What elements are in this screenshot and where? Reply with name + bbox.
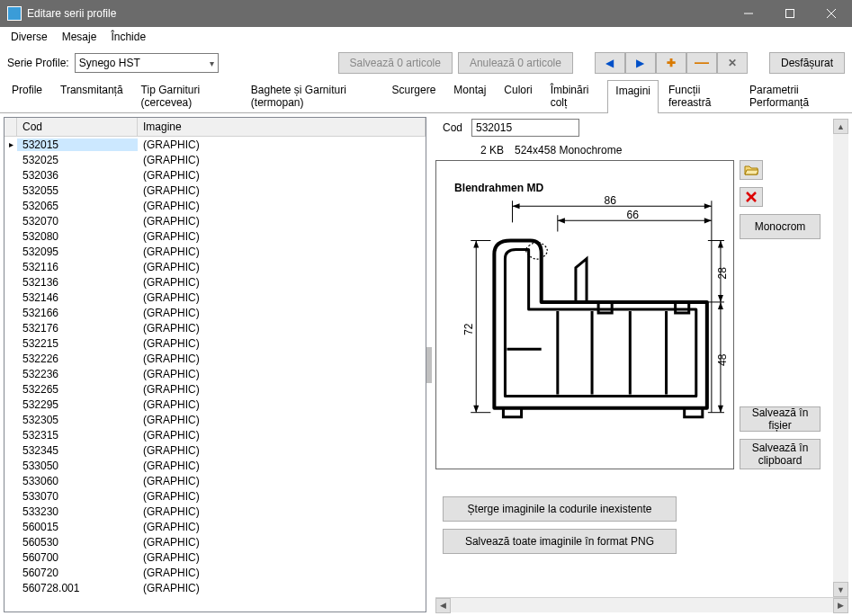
table-row[interactable]: 560728.001(GRAPHIC)	[4, 580, 426, 595]
table-row[interactable]: 532070(GRAPHIC)	[4, 213, 426, 228]
table-row[interactable]: 532025(GRAPHIC)	[4, 152, 426, 167]
svg-marker-7	[513, 203, 520, 209]
cell-imagine: (GRAPHIC)	[138, 460, 426, 472]
table-row[interactable]: 532095(GRAPHIC)	[4, 244, 426, 259]
tab-montaj[interactable]: Montaj	[445, 79, 494, 112]
right-hscroll[interactable]: ◀ ▶	[435, 597, 848, 612]
table-row[interactable]: 560720(GRAPHIC)	[4, 565, 426, 580]
detail-panel: Cod 2 KB 524x458 Monochrome Blendrahmen …	[432, 113, 852, 616]
table-row[interactable]: ▸532015(GRAPHIC)	[4, 137, 426, 152]
splitter[interactable]	[426, 113, 432, 616]
scroll-left-button[interactable]: ◀	[435, 598, 451, 613]
cell-imagine: (GRAPHIC)	[138, 246, 426, 258]
tab-transmitanta[interactable]: Transmitanță	[52, 79, 131, 112]
table-row[interactable]: 532166(GRAPHIC)	[4, 305, 426, 320]
cell-cod: 533230	[17, 505, 138, 518]
maximize-button[interactable]	[769, 0, 811, 27]
menu-diverse[interactable]: Diverse	[4, 28, 55, 46]
save-articles-button[interactable]: Salvează 0 articole	[338, 52, 453, 74]
tab-tip-garnituri[interactable]: Tip Garnituri (cercevea)	[133, 79, 241, 112]
nav-add-button[interactable]: ✚	[656, 52, 686, 74]
cell-imagine: (GRAPHIC)	[138, 414, 426, 426]
minimize-button[interactable]	[728, 0, 769, 27]
delete-image-button[interactable]	[740, 187, 763, 207]
table-row[interactable]: 532116(GRAPHIC)	[4, 259, 426, 274]
table-row[interactable]: 532036(GRAPHIC)	[4, 167, 426, 183]
tab-baghete[interactable]: Baghete și Garnituri (termopan)	[243, 79, 382, 112]
cell-cod: 532265	[17, 383, 138, 396]
splitter-handle[interactable]	[426, 347, 432, 383]
cell-imagine: (GRAPHIC)	[138, 276, 426, 289]
table-row[interactable]: 532055(GRAPHIC)	[4, 183, 426, 198]
table-row[interactable]: 532265(GRAPHIC)	[4, 381, 426, 397]
nav-prev-button[interactable]: ◀	[595, 52, 625, 74]
menu-mesaje[interactable]: Mesaje	[55, 28, 104, 46]
table-row[interactable]: 560530(GRAPHIC)	[4, 534, 426, 549]
table-row[interactable]: 532305(GRAPHIC)	[4, 412, 426, 427]
svg-marker-18	[473, 241, 479, 248]
right-vscroll[interactable]: ▲ ▼	[833, 119, 848, 597]
tab-imagini[interactable]: Imagini	[607, 80, 659, 113]
window-title: Editare serii profile	[27, 7, 728, 20]
scroll-right-button[interactable]: ▶	[833, 598, 848, 613]
scroll-up-button[interactable]: ▲	[833, 119, 848, 134]
svg-marker-12	[558, 218, 565, 223]
table-row[interactable]: 560015(GRAPHIC)	[4, 519, 426, 534]
table-row[interactable]: 532136(GRAPHIC)	[4, 274, 426, 290]
tab-parametrii[interactable]: Parametrii Performanță	[741, 79, 848, 112]
menu-inchide[interactable]: Închide	[103, 28, 153, 46]
tab-functii[interactable]: Funcții fereastră	[660, 79, 740, 112]
cancel-articles-button[interactable]: Anulează 0 articole	[458, 52, 573, 74]
delete-missing-button[interactable]: Șterge imaginile la codurile inexistente	[443, 496, 677, 522]
scroll-down-button[interactable]: ▼	[833, 582, 848, 597]
save-file-button[interactable]: Salvează în fișier	[740, 406, 821, 432]
table-row[interactable]: 532315(GRAPHIC)	[4, 427, 426, 442]
save-all-png-button[interactable]: Salvează toate imaginile în format PNG	[443, 529, 677, 554]
table-row[interactable]: 560700(GRAPHIC)	[4, 549, 426, 565]
grid-header: Cod Imagine	[4, 118, 426, 137]
svg-rect-1	[786, 10, 794, 18]
table-row[interactable]: 532080(GRAPHIC)	[4, 228, 426, 244]
table-row[interactable]: 532226(GRAPHIC)	[4, 351, 426, 366]
open-file-button[interactable]	[740, 160, 763, 180]
grid-header-imagine[interactable]: Imagine	[138, 118, 426, 136]
nav-cancel-button[interactable]: ✕	[717, 52, 748, 74]
tab-culori[interactable]: Culori	[496, 79, 540, 112]
cod-input[interactable]	[471, 119, 579, 137]
grid-header-cod[interactable]: Cod	[17, 118, 138, 136]
nav-remove-button[interactable]: —	[686, 52, 717, 74]
close-button[interactable]	[811, 0, 852, 27]
tab-imbinari[interactable]: Îmbinări colț	[543, 79, 606, 112]
save-clipboard-button[interactable]: Salvează în clipboard	[740, 439, 821, 469]
expand-button[interactable]: Desfășurat	[769, 52, 845, 74]
table-row[interactable]: 532236(GRAPHIC)	[4, 366, 426, 381]
table-row[interactable]: 532065(GRAPHIC)	[4, 198, 426, 213]
svg-text:28: 28	[716, 267, 729, 280]
svg-text:72: 72	[462, 323, 475, 335]
table-row[interactable]: 532176(GRAPHIC)	[4, 320, 426, 335]
grid-body[interactable]: ▸532015(GRAPHIC)532025(GRAPHIC)532036(GR…	[4, 137, 426, 612]
image-preview[interactable]: Blendrahmen MD 86	[435, 160, 734, 469]
table-row[interactable]: 533070(GRAPHIC)	[4, 488, 426, 504]
svg-marker-19	[473, 406, 479, 413]
table-row[interactable]: 532215(GRAPHIC)	[4, 335, 426, 351]
serie-dropdown[interactable]: Synego HST ▾	[75, 53, 219, 73]
cell-cod: 532036	[17, 169, 138, 182]
row-indicator: ▸	[4, 139, 17, 149]
table-row[interactable]: 533060(GRAPHIC)	[4, 473, 426, 488]
cell-cod: 532070	[17, 215, 138, 228]
table-row[interactable]: 533230(GRAPHIC)	[4, 504, 426, 519]
cell-imagine: (GRAPHIC)	[138, 444, 426, 457]
cell-imagine: (GRAPHIC)	[138, 398, 426, 411]
table-row[interactable]: 532345(GRAPHIC)	[4, 442, 426, 458]
table-row[interactable]: 532295(GRAPHIC)	[4, 397, 426, 412]
nav-next-button[interactable]: ▶	[625, 52, 656, 74]
table-row[interactable]: 532146(GRAPHIC)	[4, 290, 426, 305]
table-row[interactable]: 533050(GRAPHIC)	[4, 458, 426, 473]
tab-profile[interactable]: Profile	[4, 79, 50, 112]
tab-scurgere[interactable]: Scurgere	[384, 79, 444, 112]
cell-imagine: (GRAPHIC)	[138, 567, 426, 579]
bottom-actions: Șterge imaginile la codurile inexistente…	[435, 496, 833, 554]
cell-imagine: (GRAPHIC)	[138, 215, 426, 228]
monocrom-button[interactable]: Monocrom	[740, 214, 821, 239]
